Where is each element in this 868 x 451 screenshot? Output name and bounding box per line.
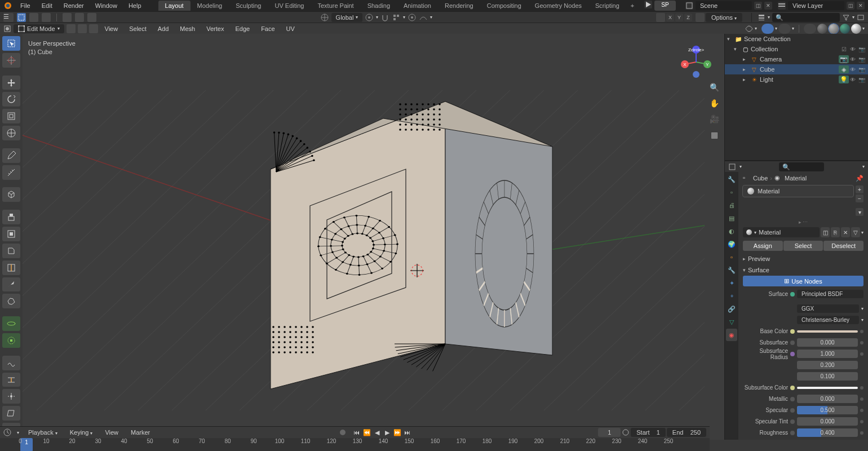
- automerge-icon[interactable]: [696, 13, 705, 22]
- matprev-shading[interactable]: [840, 24, 850, 34]
- playback-menu[interactable]: Playback ▾: [25, 428, 61, 437]
- timeline-view-menu[interactable]: View: [101, 428, 122, 437]
- tool-edgeslide[interactable]: [2, 373, 20, 387]
- subsurface-field[interactable]: 0.000: [797, 338, 858, 347]
- outliner-collection[interactable]: ▾ ▢ Collection ☑👁📷: [725, 44, 868, 54]
- menu-window[interactable]: Window: [90, 1, 123, 11]
- 3d-viewport[interactable]: User Perspective (1) Cube X Y Zcircle> 🔍…: [23, 34, 724, 440]
- outliner-scene-collection[interactable]: ▾ 📁 Scene Collection: [725, 34, 868, 44]
- use-nodes-button[interactable]: ⊞Use Nodes: [743, 276, 863, 286]
- face-menu[interactable]: Face: [256, 24, 279, 33]
- current-frame-field[interactable]: 1: [598, 428, 621, 437]
- tool-rotate[interactable]: [2, 92, 20, 107]
- outliner-editor-icon[interactable]: [758, 14, 765, 21]
- edge-menu[interactable]: Edge: [231, 24, 254, 33]
- tool-move[interactable]: [2, 76, 20, 90]
- jump-last-button[interactable]: ⏭: [403, 428, 412, 437]
- orientation-icon[interactable]: [320, 13, 329, 22]
- jump-first-button[interactable]: ⏮: [352, 428, 361, 437]
- workspace-tab-texturepaint[interactable]: Texture Paint: [311, 1, 360, 11]
- tool-transform[interactable]: [2, 126, 20, 140]
- workspace-tab-animation[interactable]: Animation: [397, 1, 438, 11]
- autokey-toggle[interactable]: [340, 430, 346, 435]
- preview-range-icon[interactable]: [622, 428, 630, 436]
- workspace-tab-geonodes[interactable]: Geometry Nodes: [528, 1, 588, 11]
- assign-button[interactable]: Assign: [743, 241, 783, 251]
- overlay-toggle[interactable]: [778, 24, 791, 34]
- vertex-menu[interactable]: Vertex: [202, 24, 228, 33]
- proportional-falloff-icon[interactable]: [419, 13, 428, 22]
- xmirror-toggle[interactable]: X: [666, 14, 674, 21]
- select-mode-2-icon[interactable]: [75, 13, 84, 22]
- properties-search-input[interactable]: [779, 162, 824, 171]
- render-toggle[interactable]: 📷: [858, 65, 866, 73]
- scene-delete-button[interactable]: ✕: [764, 2, 772, 10]
- play-button[interactable]: ▶: [383, 428, 392, 437]
- pin-icon[interactable]: 📌: [856, 175, 863, 182]
- proptab-world[interactable]: 🌍: [726, 238, 737, 250]
- proptab-scene[interactable]: ◐: [726, 225, 737, 237]
- subsurf-method-dropdown[interactable]: Christensen-Burley: [797, 316, 859, 324]
- tool-addcube[interactable]: [2, 187, 20, 202]
- menu-render[interactable]: Render: [58, 1, 90, 11]
- visibility-toggle[interactable]: 👁: [849, 55, 857, 63]
- subsurface-radius-z[interactable]: 0.100: [797, 372, 858, 381]
- viewlayer-icon[interactable]: [778, 2, 786, 10]
- select-mode-3-icon[interactable]: [87, 13, 96, 22]
- edge-select-mode[interactable]: [78, 24, 87, 33]
- select-menu[interactable]: Select: [125, 24, 151, 33]
- scene-icon[interactable]: [685, 2, 693, 10]
- face-select-mode[interactable]: [89, 24, 98, 33]
- start-frame-field[interactable]: Start 1: [631, 428, 666, 437]
- properties-editor-icon[interactable]: [728, 163, 736, 171]
- menu-help[interactable]: Help: [123, 1, 147, 11]
- tool-measure[interactable]: [2, 165, 20, 180]
- tool-shrinkfatten[interactable]: [2, 389, 20, 404]
- select-box-icon[interactable]: [17, 13, 26, 22]
- visibility-toggle[interactable]: 👁: [849, 45, 857, 53]
- pivot-icon[interactable]: [365, 13, 374, 22]
- viewlayer-delete-button[interactable]: ✕: [857, 2, 865, 10]
- scene-name-input[interactable]: [696, 1, 752, 10]
- end-frame-field[interactable]: End 250: [667, 428, 706, 437]
- outliner-new-collection-icon[interactable]: [857, 14, 865, 21]
- tool-select[interactable]: [2, 36, 20, 51]
- tool-polybuild[interactable]: [2, 294, 20, 308]
- visibility-toggle[interactable]: 👁: [849, 76, 857, 83]
- proptab-viewlayer[interactable]: ▤: [726, 212, 737, 224]
- tool-extrude[interactable]: [2, 210, 20, 224]
- select-circle-icon[interactable]: [29, 13, 38, 22]
- persp-ortho-icon[interactable]: ▦: [708, 129, 720, 140]
- wireframe-shading[interactable]: [817, 24, 827, 34]
- menu-file[interactable]: File: [15, 1, 36, 11]
- mode-dropdown[interactable]: Edit Mode ▾: [14, 24, 64, 33]
- mesh-menu[interactable]: Mesh: [175, 24, 200, 33]
- proportional-edit-icon[interactable]: [408, 13, 417, 22]
- workspace-tab-modeling[interactable]: Modeling: [191, 1, 229, 11]
- tool-spin[interactable]: [2, 316, 20, 331]
- xray-toggle[interactable]: [804, 24, 816, 34]
- snap-icon[interactable]: [380, 13, 389, 22]
- add-slot-button[interactable]: +: [856, 185, 863, 193]
- editor-type-icon[interactable]: [3, 25, 11, 33]
- slot-menu-button[interactable]: ▾: [856, 208, 863, 216]
- vertex-select-mode[interactable]: [67, 24, 76, 33]
- visibility-toggle[interactable]: 👁: [849, 65, 857, 73]
- workspace-tab-rendering[interactable]: Rendering: [438, 1, 480, 11]
- scene-new-button[interactable]: ◫: [754, 2, 762, 10]
- pan-icon[interactable]: ✋: [708, 98, 720, 109]
- material-newcopy-button[interactable]: ⎘: [831, 227, 840, 237]
- play-reverse-button[interactable]: ◀: [373, 428, 382, 437]
- workspace-tab-sculpting[interactable]: Sculpting: [229, 1, 268, 11]
- proptab-output[interactable]: 🖨: [726, 199, 737, 211]
- surface-panel-header[interactable]: ▾ Surface: [743, 264, 863, 276]
- gizmo-toggle[interactable]: [761, 24, 774, 34]
- select-overlap-icon[interactable]: [63, 13, 72, 22]
- mesh-display-icon[interactable]: [656, 13, 665, 22]
- proptab-data[interactable]: ▽: [726, 316, 737, 328]
- material-name-field[interactable]: ▾ Material: [743, 227, 820, 237]
- tool-smooth[interactable]: [2, 356, 20, 370]
- render-toggle[interactable]: 📷: [858, 55, 866, 63]
- outliner-item-camera[interactable]: ▸ ▽ Camera 📷 👁📷: [725, 54, 868, 64]
- workspace-tab-scripting[interactable]: Scripting: [588, 1, 626, 11]
